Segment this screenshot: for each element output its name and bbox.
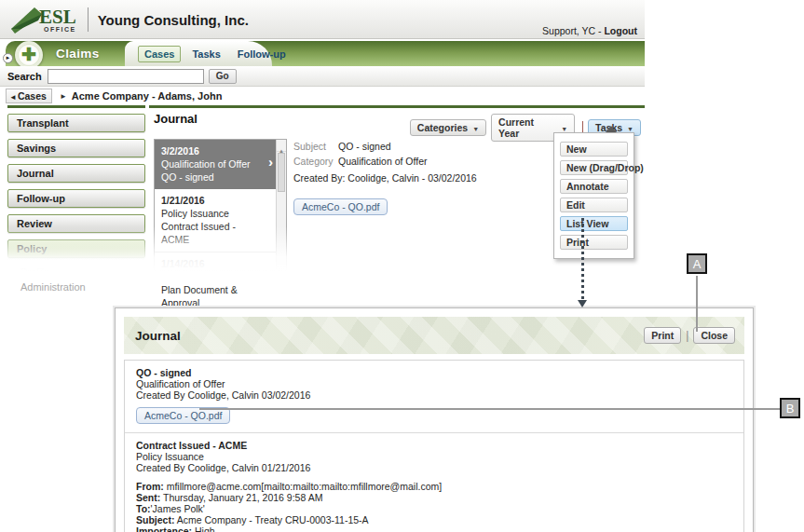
email-importance-value: High	[192, 525, 215, 532]
subject-value: QO - signed	[338, 141, 391, 152]
sidebar-subitem-administration[interactable]: Administration	[7, 280, 145, 294]
subject-label: Subject	[293, 141, 338, 152]
print-button[interactable]: Print	[644, 327, 681, 344]
entry-subject: QO - signed	[161, 171, 262, 184]
popup-entry-title: Contract Issued - ACME	[136, 440, 732, 451]
tab-follow-up[interactable]: Follow-up	[232, 47, 292, 61]
callout-b-line	[199, 408, 780, 410]
search-label: Search	[7, 71, 42, 82]
menu-item-new[interactable]: New	[560, 142, 628, 157]
popup-content: QO - signed Qualification of Offer Creat…	[124, 360, 744, 532]
popup-entry-category: Policy Issuance	[136, 451, 732, 462]
brand-divider	[88, 7, 89, 32]
popup-entry-title: QO - signed	[136, 367, 732, 378]
dotted-arrow-head-icon	[578, 300, 587, 307]
sidebar: Transplant Savings Journal Follow-up Rev…	[7, 105, 145, 294]
search-bar: Search Go	[0, 66, 645, 87]
menu-item-print[interactable]: Print	[560, 235, 628, 250]
callout-b-label: B	[780, 398, 800, 418]
tasks-menu: New New (Drag/Drop) Annotate Edit List V…	[553, 132, 634, 259]
breadcrumb-arrow-icon	[60, 92, 67, 101]
company-name: Young Consulting, Inc.	[98, 12, 249, 28]
support-label: Support, YC -	[542, 25, 601, 36]
email-importance-label: Importance:	[136, 525, 192, 532]
support-area: Support, YC - Logout	[542, 25, 637, 36]
logo-esl-label: ESL	[39, 7, 76, 26]
journal-entry-list: 3/2/2016 Qualification of Offer QO - sig…	[154, 139, 287, 271]
email-subject-label: Subject:	[136, 514, 174, 525]
tab-cases[interactable]: Cases	[138, 46, 181, 62]
journal-detail-pane: Subject QO - signed Category Qualificati…	[293, 141, 564, 215]
callout-a-label: A	[687, 253, 707, 274]
menu-pointer-icon	[606, 126, 617, 132]
sidebar-item-savings[interactable]: Savings	[7, 139, 145, 157]
search-go-button[interactable]: Go	[209, 69, 237, 84]
sidebar-item-policy[interactable]: Policy	[7, 239, 145, 258]
entry-date: 1/14/2016	[161, 257, 262, 270]
created-by-text: Created By: Coolidge, Calvin - 03/02/201…	[293, 172, 564, 184]
app-header: ESL OFFICE Young Consulting, Inc. Suppor…	[0, 0, 645, 39]
popup-title: Journal	[135, 329, 181, 343]
journal-entry-row[interactable]: 3/2/2016 Qualification of Offer QO - sig…	[155, 140, 277, 189]
attachment-chip[interactable]: AcmeCo - QO.pdf	[293, 198, 388, 215]
callout-a-line	[696, 276, 698, 332]
logout-link[interactable]: Logout	[604, 25, 637, 36]
menu-item-edit[interactable]: Edit	[560, 198, 628, 212]
email-to-label: To:	[136, 503, 151, 514]
tab-tasks[interactable]: Tasks	[186, 47, 225, 61]
email-from-label: From:	[136, 481, 164, 492]
section-title: Claims	[56, 47, 100, 61]
entry-divider	[125, 432, 743, 433]
breadcrumb: Cases Acme Company - Adams, John	[0, 87, 645, 105]
email-subject-value: Acme Company - Treaty CRU-0003-11-15-A	[174, 514, 368, 525]
add-claim-icon[interactable]	[15, 41, 43, 69]
sidebar-item-review[interactable]: Review	[7, 214, 145, 233]
main-app-window: ESL OFFICE Young Consulting, Inc. Suppor…	[0, 0, 645, 280]
logo-office-label: OFFICE	[44, 26, 76, 33]
scrollbar[interactable]	[276, 140, 286, 270]
brand: ESL OFFICE Young Consulting, Inc.	[9, 5, 249, 34]
breadcrumb-current: Acme Company - Adams, John	[72, 90, 223, 102]
journal-list-view-popup: Journal Print | Close QO - signed Qualif…	[115, 307, 754, 532]
logo-text: ESL OFFICE	[39, 7, 76, 33]
search-input[interactable]	[48, 69, 204, 84]
scroll-up-icon[interactable]	[277, 140, 286, 152]
tab-strip: Cases Tasks Follow-up	[125, 41, 272, 66]
sidebar-item-journal[interactable]: Journal	[7, 164, 145, 183]
menu-item-annotate[interactable]: Annotate	[560, 179, 628, 194]
category-label: Category	[293, 156, 338, 167]
entry-date: 1/21/2016	[161, 194, 262, 207]
chevron-right-icon	[268, 156, 273, 169]
chevron-down-icon	[472, 122, 479, 133]
dotted-arrow-line	[581, 218, 584, 300]
email-to-value: 'James Polk'	[151, 503, 205, 514]
popup-header: Journal Print | Close	[124, 317, 744, 354]
entry-category: Qualification of Offer	[161, 157, 262, 171]
journal-entry-row[interactable]: 1/21/2016 Policy Issuance Contract Issue…	[155, 189, 277, 252]
popup-entry-created: Created By Coolidge, Calvin 03/02/2016	[136, 389, 732, 401]
menu-item-new-dragdrop[interactable]: New (Drag/Drop)	[560, 160, 628, 175]
button-divider: |	[686, 329, 688, 342]
journal-panel: Journal Categories Current Year Tasks 3/…	[149, 105, 645, 126]
categories-dropdown-button[interactable]: Categories	[410, 119, 486, 136]
year-filter-value: Current Year	[498, 116, 556, 139]
email-sent-value: Thursday, January 21, 2016 9:58 AM	[160, 492, 322, 503]
entry-subject: Contract Issued - ACME	[161, 220, 262, 246]
email-sent-label: Sent:	[136, 492, 160, 503]
sidebar-item-follow-up[interactable]: Follow-up	[7, 189, 145, 208]
popup-entry-created: Created By Coolidge, Calvin 01/21/2016	[136, 462, 732, 473]
email-from-value: mfillmore@acme.com[mailto:mailto:mailto:…	[164, 481, 442, 492]
entry-subject: Plan Document & Approval	[161, 283, 262, 309]
entry-category: Policy Issuance	[161, 207, 262, 220]
close-button[interactable]: Close	[693, 327, 735, 344]
scrollbar-thumb[interactable]	[278, 153, 285, 192]
entry-date: 3/2/2016	[161, 144, 262, 157]
categories-label: Categories	[417, 122, 468, 133]
sidebar-item-transplant[interactable]: Transplant	[7, 114, 145, 132]
collapse-toggle-icon[interactable]	[3, 53, 13, 63]
entry-category: Plan Document	[161, 270, 262, 283]
menu-item-list-view[interactable]: List View	[560, 216, 628, 231]
sidebar-subitem-profile[interactable]: Profile	[7, 265, 145, 280]
journal-entry-row[interactable]: 1/14/2016 Plan Document Plan Document & …	[155, 252, 277, 316]
breadcrumb-back-button[interactable]: Cases	[6, 89, 52, 103]
